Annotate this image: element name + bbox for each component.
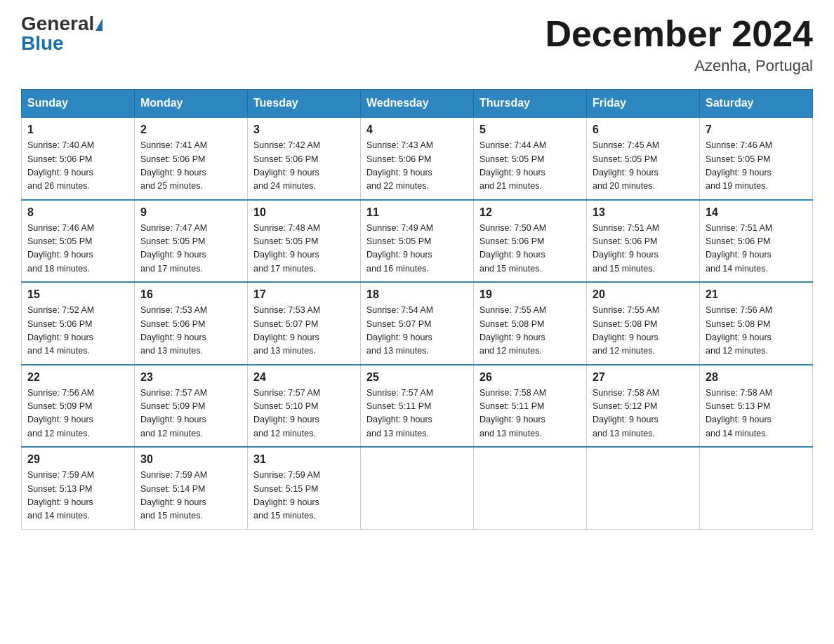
day-number: 27 — [593, 371, 694, 384]
calendar-cell: 31 Sunrise: 7:59 AM Sunset: 5:15 PM Dayl… — [248, 447, 361, 529]
calendar-cell: 15 Sunrise: 7:52 AM Sunset: 5:06 PM Dayl… — [22, 282, 135, 365]
calendar-cell: 29 Sunrise: 7:59 AM Sunset: 5:13 PM Dayl… — [22, 447, 135, 529]
day-number: 19 — [479, 288, 581, 301]
day-number: 23 — [140, 371, 241, 384]
day-number: 6 — [593, 123, 694, 136]
calendar-cell: 21 Sunrise: 7:56 AM Sunset: 5:08 PM Dayl… — [700, 282, 813, 365]
day-number: 29 — [27, 453, 128, 466]
header-thursday: Thursday — [474, 90, 587, 118]
day-info: Sunrise: 7:55 AM Sunset: 5:08 PM Dayligh… — [593, 304, 694, 358]
header-monday: Monday — [135, 90, 248, 118]
day-info: Sunrise: 7:40 AM Sunset: 5:06 PM Dayligh… — [27, 139, 128, 194]
calendar-cell: 24 Sunrise: 7:57 AM Sunset: 5:10 PM Dayl… — [248, 365, 361, 448]
day-number: 17 — [253, 288, 355, 301]
header-tuesday: Tuesday — [248, 90, 361, 118]
day-number: 25 — [366, 371, 468, 384]
calendar-cell — [361, 447, 474, 529]
day-info: Sunrise: 7:50 AM Sunset: 5:06 PM Dayligh… — [479, 222, 581, 276]
page-header: General Blue December 2024 Azenha, Portu… — [21, 14, 813, 75]
calendar-cell: 8 Sunrise: 7:46 AM Sunset: 5:05 PM Dayli… — [22, 200, 135, 283]
day-info: Sunrise: 7:55 AM Sunset: 5:08 PM Dayligh… — [479, 304, 581, 358]
week-row-4: 22 Sunrise: 7:56 AM Sunset: 5:09 PM Dayl… — [22, 365, 813, 448]
day-info: Sunrise: 7:48 AM Sunset: 5:05 PM Dayligh… — [253, 222, 355, 276]
week-row-2: 8 Sunrise: 7:46 AM Sunset: 5:05 PM Dayli… — [22, 200, 813, 283]
day-info: Sunrise: 7:56 AM Sunset: 5:08 PM Dayligh… — [706, 304, 807, 358]
day-info: Sunrise: 7:56 AM Sunset: 5:09 PM Dayligh… — [27, 387, 128, 441]
day-number: 9 — [140, 206, 241, 219]
week-row-5: 29 Sunrise: 7:59 AM Sunset: 5:13 PM Dayl… — [22, 447, 813, 529]
day-info: Sunrise: 7:59 AM Sunset: 5:14 PM Dayligh… — [140, 469, 241, 523]
logo-blue-line: Blue — [21, 34, 64, 53]
week-row-1: 1 Sunrise: 7:40 AM Sunset: 5:06 PM Dayli… — [22, 117, 813, 200]
day-info: Sunrise: 7:57 AM Sunset: 5:10 PM Dayligh… — [253, 387, 355, 441]
header-saturday: Saturday — [700, 90, 813, 118]
day-info: Sunrise: 7:45 AM Sunset: 5:05 PM Dayligh… — [593, 139, 694, 194]
day-info: Sunrise: 7:44 AM Sunset: 5:05 PM Dayligh… — [479, 139, 581, 194]
day-number: 18 — [366, 288, 468, 301]
logo-general-text: General — [21, 13, 94, 34]
calendar-cell: 13 Sunrise: 7:51 AM Sunset: 5:06 PM Dayl… — [587, 200, 700, 283]
calendar-cell: 9 Sunrise: 7:47 AM Sunset: 5:05 PM Dayli… — [135, 200, 248, 283]
logo: General Blue — [21, 14, 102, 53]
calendar-cell: 30 Sunrise: 7:59 AM Sunset: 5:14 PM Dayl… — [135, 447, 248, 529]
day-number: 3 — [253, 123, 355, 136]
day-info: Sunrise: 7:47 AM Sunset: 5:05 PM Dayligh… — [140, 222, 241, 276]
month-title: December 2024 — [545, 14, 813, 54]
calendar-cell — [700, 447, 813, 529]
day-number: 22 — [27, 371, 128, 384]
calendar-cell: 20 Sunrise: 7:55 AM Sunset: 5:08 PM Dayl… — [587, 282, 700, 365]
calendar-cell: 7 Sunrise: 7:46 AM Sunset: 5:05 PM Dayli… — [700, 117, 813, 200]
day-number: 13 — [593, 206, 694, 219]
weekday-header-row: Sunday Monday Tuesday Wednesday Thursday… — [22, 90, 813, 118]
location-subtitle: Azenha, Portugal — [545, 57, 813, 75]
day-info: Sunrise: 7:51 AM Sunset: 5:06 PM Dayligh… — [593, 222, 694, 276]
day-number: 31 — [253, 453, 355, 466]
day-number: 16 — [140, 288, 241, 301]
day-info: Sunrise: 7:58 AM Sunset: 5:12 PM Dayligh… — [593, 387, 694, 441]
calendar-cell: 12 Sunrise: 7:50 AM Sunset: 5:06 PM Dayl… — [474, 200, 587, 283]
calendar-cell: 17 Sunrise: 7:53 AM Sunset: 5:07 PM Dayl… — [248, 282, 361, 365]
calendar-cell: 18 Sunrise: 7:54 AM Sunset: 5:07 PM Dayl… — [361, 282, 474, 365]
day-number: 10 — [253, 206, 355, 219]
day-number: 15 — [27, 288, 128, 301]
calendar-cell: 28 Sunrise: 7:58 AM Sunset: 5:13 PM Dayl… — [700, 365, 813, 448]
day-info: Sunrise: 7:53 AM Sunset: 5:07 PM Dayligh… — [253, 304, 355, 358]
day-info: Sunrise: 7:53 AM Sunset: 5:06 PM Dayligh… — [140, 304, 241, 358]
calendar-cell: 26 Sunrise: 7:58 AM Sunset: 5:11 PM Dayl… — [474, 365, 587, 448]
calendar-cell: 27 Sunrise: 7:58 AM Sunset: 5:12 PM Dayl… — [587, 365, 700, 448]
day-number: 2 — [140, 123, 241, 136]
calendar-cell — [474, 447, 587, 529]
calendar-cell: 16 Sunrise: 7:53 AM Sunset: 5:06 PM Dayl… — [135, 282, 248, 365]
day-number: 7 — [706, 123, 807, 136]
day-info: Sunrise: 7:52 AM Sunset: 5:06 PM Dayligh… — [27, 304, 128, 358]
day-number: 1 — [27, 123, 128, 136]
title-block: December 2024 Azenha, Portugal — [545, 14, 813, 75]
calendar-cell: 10 Sunrise: 7:48 AM Sunset: 5:05 PM Dayl… — [248, 200, 361, 283]
calendar-table: Sunday Monday Tuesday Wednesday Thursday… — [21, 89, 813, 530]
logo-blue-text: Blue — [21, 32, 64, 54]
calendar-cell: 14 Sunrise: 7:51 AM Sunset: 5:06 PM Dayl… — [700, 200, 813, 283]
day-number: 8 — [27, 206, 128, 219]
day-info: Sunrise: 7:57 AM Sunset: 5:09 PM Dayligh… — [140, 387, 241, 441]
day-info: Sunrise: 7:46 AM Sunset: 5:05 PM Dayligh… — [27, 222, 128, 276]
calendar-cell: 25 Sunrise: 7:57 AM Sunset: 5:11 PM Dayl… — [361, 365, 474, 448]
day-info: Sunrise: 7:46 AM Sunset: 5:05 PM Dayligh… — [706, 139, 807, 194]
header-friday: Friday — [587, 90, 700, 118]
logo-general-line: General — [21, 14, 102, 34]
calendar-cell: 2 Sunrise: 7:41 AM Sunset: 5:06 PM Dayli… — [135, 117, 248, 200]
day-number: 24 — [253, 371, 355, 384]
calendar-cell: 6 Sunrise: 7:45 AM Sunset: 5:05 PM Dayli… — [587, 117, 700, 200]
day-number: 5 — [479, 123, 581, 136]
day-number: 14 — [706, 206, 807, 219]
day-number: 26 — [479, 371, 581, 384]
calendar-cell: 22 Sunrise: 7:56 AM Sunset: 5:09 PM Dayl… — [22, 365, 135, 448]
header-wednesday: Wednesday — [361, 90, 474, 118]
calendar-cell — [587, 447, 700, 529]
calendar-cell: 5 Sunrise: 7:44 AM Sunset: 5:05 PM Dayli… — [474, 117, 587, 200]
day-number: 21 — [706, 288, 807, 301]
day-number: 11 — [366, 206, 468, 219]
day-number: 28 — [706, 371, 807, 384]
day-number: 20 — [593, 288, 694, 301]
day-info: Sunrise: 7:59 AM Sunset: 5:13 PM Dayligh… — [27, 469, 128, 523]
day-info: Sunrise: 7:41 AM Sunset: 5:06 PM Dayligh… — [140, 139, 241, 194]
